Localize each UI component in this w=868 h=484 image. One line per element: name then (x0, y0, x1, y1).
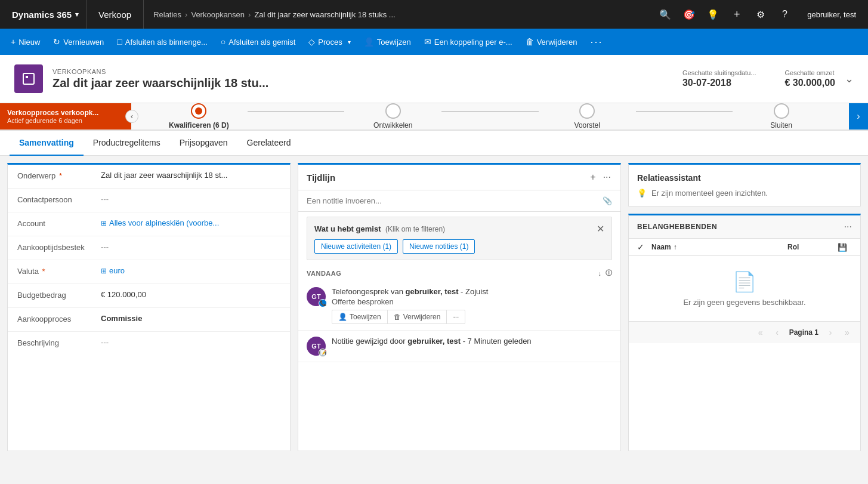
timeline-input-area: 📎 (298, 190, 620, 212)
timeline-actions: + ··· (589, 171, 612, 184)
close-qualified-button[interactable]: □ Afsluiten als binnenge... (111, 33, 214, 50)
stakeholders-empty-icon: 📄 (733, 270, 756, 293)
new-label: Nieuw (18, 38, 40, 47)
stage-connector-2 (441, 111, 539, 112)
new-icon: + (11, 37, 16, 47)
pagination-last-button[interactable]: » (840, 325, 854, 340)
add-icon-btn[interactable]: + (726, 4, 747, 25)
timeline-item-actions-0: 👤 Toewijzen 🗑 Verwijderen ··· (332, 310, 465, 324)
timeline-delete-button[interactable]: 🗑 Verwijderen (388, 310, 447, 323)
pagination-prev-button[interactable]: ‹ (770, 325, 784, 340)
help-icon-btn[interactable]: ? (774, 4, 795, 25)
refresh-button[interactable]: ↻ Vernieuwen (47, 33, 110, 50)
user-menu[interactable]: gebruiker, test (800, 0, 863, 29)
link-email-button[interactable]: ✉ Een koppeling per e-... (418, 33, 518, 50)
field-value-onderwerp[interactable]: Zal dit jaar zeer waarschijnlijk 18 st..… (101, 171, 280, 180)
avatar-badge-1: 📝 (319, 349, 327, 357)
delete-icon: 🗑 (526, 37, 534, 47)
breadcrumb-item-1[interactable]: Relaties (153, 10, 181, 19)
estimated-revenue-value[interactable]: € 30.000,00 (784, 78, 835, 88)
field-value-account[interactable]: ⊞ Alles voor alpineskiën (voorbe... (101, 218, 280, 227)
stage-circle-ontwikkelen (385, 103, 401, 119)
field-value-aankooptijdsbestek[interactable]: --- (101, 242, 280, 251)
lightbulb-icon-btn[interactable]: 💡 (702, 4, 724, 25)
stage-circle-voorstel (579, 103, 595, 119)
timeline-sort-icon[interactable]: ↓ (598, 270, 602, 277)
avatar-initials-1: GT (311, 343, 320, 350)
process-nav-right[interactable]: › (849, 103, 868, 130)
stakeholders-pagination: « ‹ Pagina 1 › » (629, 321, 860, 343)
stakeholders-empty-text: Er zijn geen gegevens beschikbaar. (683, 298, 805, 307)
stage-kwalificeren[interactable]: Kwalificeren (6 D) (150, 103, 248, 130)
field-value-valuta[interactable]: ⊞ euro (101, 266, 280, 275)
process-name: Verkoopproces verkoopk... (7, 109, 124, 117)
process-button[interactable]: ◇ Proces ▾ (302, 33, 356, 50)
entity-icon (14, 64, 43, 93)
field-value-beschrijving[interactable]: --- (101, 338, 280, 347)
stage-ontwikkelen[interactable]: Ontwikkelen (344, 103, 441, 130)
delete-button[interactable]: 🗑 Verwijderen (520, 33, 583, 50)
new-button[interactable]: + Nieuw (5, 33, 46, 50)
stage-connector-1 (248, 111, 345, 112)
stakeholders-empty: 📄 Er zijn geen gegevens beschikbaar. (629, 256, 860, 321)
breadcrumb-item-3: Zal dit jaar zeer waarschijnlijk 18 stuk… (254, 10, 395, 19)
tab-samenvatting[interactable]: Samenvatting (10, 131, 84, 156)
missed-badge-activities[interactable]: Nieuwe activiteiten (1) (314, 239, 398, 254)
timeline-content-1: Notitie gewijzigd door gebruiker, test -… (332, 337, 612, 347)
entity-info: VERKOOPKANS Zal dit jaar zeer waarschijn… (52, 68, 682, 90)
entity-title: Zal dit jaar zeer waarschijnlijk 18 stu.… (52, 76, 682, 90)
missed-badge-notes[interactable]: Nieuwe notities (1) (403, 239, 475, 254)
process-label-section[interactable]: Verkoopproces verkoopk... Actief geduren… (0, 103, 131, 130)
avatar-initials-0: GT (311, 293, 320, 300)
missed-badges: Nieuwe activiteiten (1) Nieuwe notities … (314, 239, 604, 254)
timeline-more-button[interactable]: ··· (602, 171, 612, 184)
pagination-next-button[interactable]: › (823, 325, 838, 340)
activity-icon-btn[interactable]: 🎯 (678, 4, 700, 25)
sth-save-col[interactable]: 💾 (838, 243, 852, 252)
stage-connector-3 (636, 111, 733, 112)
field-beschrijving: Beschrijving --- (8, 332, 290, 356)
timeline-more-item-button[interactable]: ··· (447, 310, 465, 323)
stage-sluiten[interactable]: Sluiten (733, 103, 830, 130)
stage-voorstel[interactable]: Voorstel (539, 103, 636, 130)
stage-circle-kwalificeren (191, 103, 206, 119)
more-button[interactable]: ··· (585, 32, 609, 52)
search-icon-btn[interactable]: 🔍 (654, 4, 676, 25)
close-missed-button[interactable]: ○ Afsluiten als gemist (215, 33, 301, 50)
closing-date-value[interactable]: 30-07-2018 (682, 78, 756, 88)
svg-rect-1 (26, 76, 28, 78)
tab-prijsopgaven[interactable]: Prijsopgaven (170, 131, 237, 156)
process-dropdown-icon: ▾ (348, 39, 351, 45)
missed-header: Wat u hebt gemist (Klik om te filteren) … (314, 223, 604, 235)
timeline-add-button[interactable]: + (589, 171, 597, 184)
assign-button[interactable]: 👤 Toewijzen (358, 33, 417, 50)
field-label-aankooptijdsbestek: Aankooptijdsbestek (17, 242, 101, 252)
missed-close-button[interactable]: ✕ (597, 223, 604, 235)
field-value-aankoopproces[interactable]: Commissie (101, 314, 280, 323)
stakeholders-more-button[interactable]: ··· (844, 221, 852, 232)
process-bar: Verkoopproces verkoopk... Actief geduren… (0, 103, 868, 131)
tab-gerelateerd[interactable]: Gerelateerd (237, 131, 301, 156)
relationship-assistant-title: Relatieassistant (637, 173, 852, 183)
field-value-contactpersoon[interactable]: --- (101, 195, 280, 204)
collapse-button[interactable]: ⌄ (845, 72, 854, 85)
process-label: Proces (318, 38, 342, 47)
timeline-info-icon[interactable]: ⓘ (606, 269, 613, 278)
process-nav-left[interactable]: ‹ (125, 110, 138, 123)
command-bar: + Nieuw ↻ Vernieuwen □ Afsluiten als bin… (0, 29, 868, 55)
top-nav-icons: 🔍 🎯 💡 + ⚙ ? (654, 4, 800, 25)
entity-fields: Geschatte sluitingsdatu... 30-07-2018 Ge… (682, 69, 835, 88)
svg-rect-0 (23, 73, 34, 84)
sth-name-col[interactable]: Naam ↑ (651, 243, 785, 251)
brand-chevron: ▾ (75, 11, 79, 19)
timeline-assign-button[interactable]: 👤 Toewijzen (332, 310, 388, 323)
field-value-budgetbedrag[interactable]: € 120.000,00 (101, 290, 280, 299)
attach-icon[interactable]: 📎 (603, 196, 612, 205)
breadcrumb-item-2[interactable]: Verkoopkansen (191, 10, 245, 19)
settings-icon-btn[interactable]: ⚙ (750, 4, 771, 25)
tab-productregelitems[interactable]: Productregelitems (84, 131, 170, 156)
timeline-note-input[interactable] (307, 196, 598, 205)
brand-logo[interactable]: Dynamics 365 ▾ (5, 0, 87, 29)
pagination-first-button[interactable]: « (753, 325, 768, 340)
field-budgetbedrag: Budgetbedrag € 120.000,00 (8, 284, 290, 308)
